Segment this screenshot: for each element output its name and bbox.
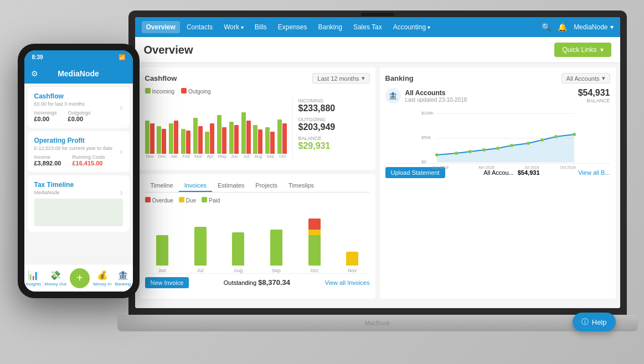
nav-accounting[interactable]: Accounting bbox=[389, 21, 435, 33]
settings-icon[interactable]: ⚙ bbox=[31, 69, 38, 78]
bar-group-sep bbox=[265, 127, 276, 154]
banking-chart-svg: $100k $50k $0 bbox=[385, 108, 610, 169]
phone-app-title: MediaNode bbox=[58, 69, 99, 78]
bar-group-nov bbox=[145, 121, 156, 154]
svg-point-12 bbox=[527, 142, 530, 145]
phone-tax-section[interactable]: Tax Timeline MediaNode bbox=[28, 175, 130, 232]
money-out-icon: 💸 bbox=[50, 270, 61, 280]
nav-salestax[interactable]: Sales Tax bbox=[349, 21, 387, 33]
bar-group-aug bbox=[253, 125, 264, 154]
profit-chevron-icon: › bbox=[120, 147, 122, 157]
tab-estimates[interactable]: Estimates bbox=[212, 180, 250, 192]
phone-navbar: ⚙ MediaNode bbox=[24, 64, 133, 84]
app-navbar: Overview Contacts Work Bills Expenses Ba… bbox=[135, 17, 620, 37]
cashflow-summary: INCOMING $233,880 OUTGOING $203,949 BALA… bbox=[292, 98, 370, 159]
banking-title: Banking bbox=[385, 74, 414, 82]
nav-contacts[interactable]: Contacts bbox=[182, 21, 217, 33]
account-row: 🏦 All Accounts Last updated 23-10-2018 $… bbox=[385, 88, 610, 103]
tax-chevron-icon: › bbox=[120, 188, 122, 197]
svg-text:Apr 2018: Apr 2018 bbox=[478, 165, 494, 169]
balance-summary: BALANCE $29,931 bbox=[298, 136, 370, 151]
phone-time: 8:39 bbox=[32, 54, 43, 60]
banking-filter[interactable]: All Accounts ▾ bbox=[561, 73, 610, 84]
tab-invoices[interactable]: Invoices bbox=[179, 180, 212, 192]
invoices-widget: Timeline Invoices Estimates Projects Tim… bbox=[140, 174, 375, 299]
incoming-summary: INCOMING $233,880 bbox=[298, 98, 370, 113]
phone-tax-wrapper: Tax Timeline MediaNode › bbox=[24, 175, 133, 232]
tax-map-placeholder bbox=[34, 199, 123, 226]
svg-point-10 bbox=[496, 147, 499, 150]
cashflow-widget: Cashflow Last 12 months ▾ Incoming Outgo… bbox=[140, 67, 375, 170]
due-legend-dot bbox=[179, 197, 184, 202]
search-icon[interactable]: 🔍 bbox=[542, 23, 551, 32]
tab-timeslips[interactable]: Timeslips bbox=[283, 180, 320, 192]
cashflow-filter[interactable]: Last 12 months ▾ bbox=[312, 73, 369, 84]
svg-point-15 bbox=[573, 133, 576, 136]
bar-group-jun bbox=[229, 122, 240, 154]
phone-profit-stats: Income £3,892.00 Running Costs £16,415.0… bbox=[34, 154, 123, 167]
cashflow-legend: Incoming Outgoing bbox=[145, 88, 370, 95]
nav-expenses[interactable]: Expenses bbox=[274, 21, 312, 33]
phone-add-button[interactable]: + bbox=[70, 268, 90, 288]
phone-tax-title: Tax Timeline bbox=[34, 181, 123, 189]
banking-icon: 🏦 bbox=[117, 270, 128, 280]
overdue-legend-dot bbox=[145, 197, 151, 202]
view-invoices-link[interactable]: View all Invoices bbox=[324, 279, 369, 286]
quick-links-button[interactable]: Quick Links bbox=[554, 43, 611, 57]
phone-profit-section[interactable]: Operating Profit £-12,523.00 for current… bbox=[28, 131, 130, 172]
page-title: Overview bbox=[144, 44, 193, 56]
svg-text:$100k: $100k bbox=[421, 111, 434, 116]
phone-status-bar: 8:39 📶 bbox=[24, 50, 133, 64]
nav-work[interactable]: Work bbox=[219, 21, 248, 33]
cashflow-bars: Nov Dec Jan Feb Mar Apr May Jun Jul bbox=[145, 98, 292, 159]
help-button[interactable]: ⓘ Help bbox=[573, 313, 616, 331]
inv-bar-aug: Aug bbox=[221, 205, 256, 273]
cashflow-bars-area bbox=[145, 98, 292, 154]
page-header: Overview Quick Links bbox=[135, 37, 620, 63]
outstanding-label: Outstanding bbox=[224, 279, 256, 286]
notification-icon[interactable]: 🔔 bbox=[558, 23, 567, 32]
phone-profit-wrapper: Operating Profit £-12,523.00 for current… bbox=[24, 131, 133, 172]
svg-text:$0: $0 bbox=[421, 159, 426, 164]
nav-overview[interactable]: Overview bbox=[142, 21, 180, 33]
banking-balance: $54,931 bbox=[578, 88, 610, 98]
phone-nav-money-out[interactable]: 💸 Money Out bbox=[45, 270, 66, 287]
scene: Overview Contacts Work Bills Expenses Ba… bbox=[18, 11, 627, 353]
upload-statement-button[interactable]: Upload Statement bbox=[385, 167, 445, 178]
cashflow-widget-header: Cashflow Last 12 months ▾ bbox=[145, 73, 370, 84]
phone-profit-subtitle: £-12,523.00 for current year to date bbox=[34, 145, 123, 151]
money-in-icon: 💰 bbox=[97, 270, 108, 280]
macbook-notch bbox=[361, 13, 394, 16]
paid-legend-dot bbox=[202, 197, 207, 202]
phone-nav-money-in[interactable]: 💰 Money In bbox=[93, 270, 111, 287]
inv-bar-jun: Jun bbox=[145, 205, 180, 273]
outgoing-summary: OUTGOING $203,949 bbox=[298, 117, 370, 132]
cashflow-chart: Nov Dec Jan Feb Mar Apr May Jun Jul bbox=[145, 98, 370, 159]
bar-group-feb bbox=[181, 129, 192, 154]
nav-bills[interactable]: Bills bbox=[250, 21, 271, 33]
macbook: Overview Contacts Work Bills Expenses Ba… bbox=[128, 11, 627, 331]
bar-group-jul bbox=[241, 112, 252, 154]
phone-nav-banking[interactable]: 🏦 Banking bbox=[115, 270, 131, 287]
inv-bar-nov: Nov bbox=[335, 205, 370, 273]
invoice-footer: New Invoice Outstanding $8,370.34 View a… bbox=[145, 273, 370, 288]
phone-cashflow-stats: Incomings £0.00 Outgoings £0.00 bbox=[34, 110, 123, 122]
cashflow-x-labels: Nov Dec Jan Feb Mar Apr May Jun Jul bbox=[145, 154, 292, 159]
phone-cashflow-section[interactable]: Cashflow £0.00 for last 3 months Incomin… bbox=[28, 87, 130, 128]
new-invoice-button[interactable]: New Invoice bbox=[145, 277, 189, 288]
svg-text:Jan 2018: Jan 2018 bbox=[432, 165, 449, 169]
tab-timeline[interactable]: Timeline bbox=[145, 180, 179, 192]
bar-group-oct bbox=[277, 119, 288, 154]
phone-bottom-nav: 📊 Insights 💸 Money Out + 💰 Money In 🏦 Ba… bbox=[24, 264, 133, 292]
tab-projects[interactable]: Projects bbox=[250, 180, 283, 192]
phone-nav-insights[interactable]: 📊 Insights bbox=[26, 270, 42, 287]
svg-text:$50k: $50k bbox=[421, 135, 431, 140]
banking-footer-balance: $54,931 bbox=[518, 169, 540, 176]
svg-point-13 bbox=[540, 138, 544, 142]
user-menu[interactable]: MediaNode ▾ bbox=[574, 23, 613, 31]
banking-view-link[interactable]: View all B... bbox=[578, 169, 610, 176]
nav-banking[interactable]: Banking bbox=[314, 21, 347, 33]
phone-body: Cashflow £0.00 for last 3 months Incomin… bbox=[24, 84, 133, 264]
bar-group-apr bbox=[205, 123, 215, 154]
inv-bar-sep: Sep bbox=[259, 205, 294, 273]
